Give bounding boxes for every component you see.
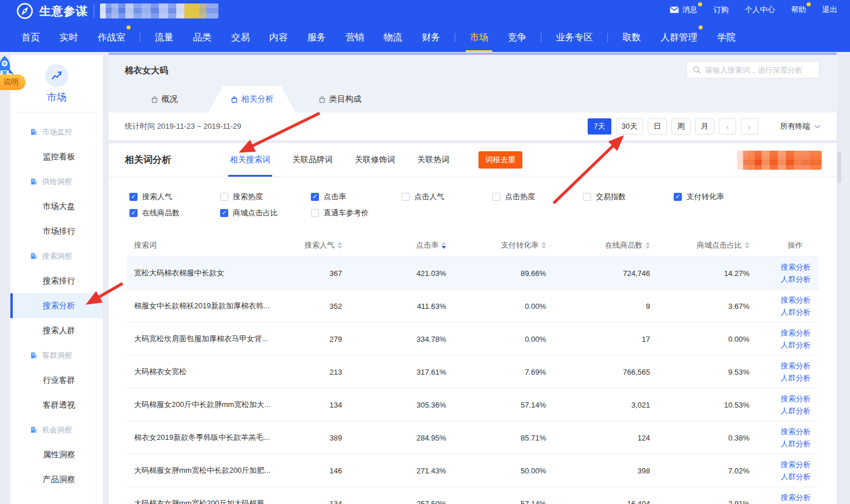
checkbox-unchecked[interactable] xyxy=(583,193,591,201)
sidebar-item[interactable]: 搜索排行 xyxy=(10,268,103,293)
checkbox-unchecked[interactable] xyxy=(402,193,410,201)
sidebar-item[interactable]: 市场大盘 xyxy=(10,194,103,219)
tab-item[interactable]: 类目构成 xyxy=(296,86,384,113)
sidebar-item[interactable]: 产品洞察 xyxy=(10,467,103,492)
metric-checkbox[interactable]: 商城点击占比 xyxy=(220,207,311,218)
keyword-search-box[interactable] xyxy=(686,61,819,79)
action-link[interactable]: 人群分析 xyxy=(781,372,811,383)
analysis-tab[interactable]: 关联热词 xyxy=(417,143,450,177)
column-header[interactable]: 搜索人气 xyxy=(300,240,342,251)
metric-checkbox[interactable]: 交易指数 xyxy=(583,191,674,202)
utility-item[interactable]: 个人中心 xyxy=(745,5,775,15)
checkbox-checked[interactable] xyxy=(129,193,138,201)
sort-icon[interactable] xyxy=(541,242,546,249)
column-header[interactable]: 支付转化率 xyxy=(446,240,546,251)
checkbox-checked[interactable] xyxy=(129,209,138,217)
checkbox-unchecked[interactable] xyxy=(492,193,500,201)
pager-button[interactable]: › xyxy=(741,118,758,135)
tab-item[interactable]: 概况 xyxy=(120,86,208,113)
date-range-button[interactable]: 7天 xyxy=(588,118,611,135)
utility-item[interactable]: 帮助 xyxy=(791,5,806,15)
metric-checkbox[interactable]: 点击人气 xyxy=(402,191,492,202)
action-link[interactable]: 人群分析 xyxy=(781,438,811,449)
metric-checkbox[interactable]: 搜索人气 xyxy=(129,191,220,202)
analysis-tab[interactable]: 相关搜索词 xyxy=(230,143,270,177)
sidebar-item[interactable]: 搜索分析 xyxy=(10,293,103,318)
search-input[interactable] xyxy=(705,66,813,74)
nav-item[interactable]: 取数 xyxy=(613,23,651,52)
scrollbar-thumb[interactable] xyxy=(837,151,841,183)
checkbox-checked[interactable] xyxy=(220,209,228,217)
checkbox-unchecked[interactable] xyxy=(311,209,319,217)
sidebar-item[interactable]: 监控看板 xyxy=(10,144,103,169)
dedup-button[interactable]: 词根去重 xyxy=(478,151,522,169)
nav-item[interactable]: 竞争 xyxy=(498,23,536,52)
nav-item[interactable]: 内容 xyxy=(259,23,298,52)
analysis-tab[interactable]: 关联品牌词 xyxy=(292,143,333,177)
utility-item[interactable]: 消息 xyxy=(670,5,697,15)
nav-item[interactable]: 实时 xyxy=(50,23,88,52)
tab-active[interactable]: 相关分析 xyxy=(208,86,296,113)
menu-divider xyxy=(541,33,541,42)
date-range-button[interactable]: 月 xyxy=(695,118,714,135)
metric-checkbox[interactable]: 点击热度 xyxy=(492,191,583,202)
sort-icon[interactable] xyxy=(645,242,650,249)
utility-item[interactable]: 订购 xyxy=(714,5,729,15)
nav-item[interactable]: 物流 xyxy=(374,23,412,52)
column-header[interactable]: 点击率 xyxy=(342,240,446,251)
action-link[interactable]: 搜索分析 xyxy=(781,294,811,305)
checkbox-checked[interactable] xyxy=(674,193,682,201)
action-link[interactable]: 搜索分析 xyxy=(781,393,811,404)
action-link[interactable]: 人群分析 xyxy=(781,471,811,482)
nav-item[interactable]: 人群管理 xyxy=(651,23,707,52)
metric-checkbox[interactable]: 直通车参考价 xyxy=(311,207,402,218)
nav-item[interactable]: 业务专区 xyxy=(546,23,603,52)
nav-item[interactable]: 市场 xyxy=(460,23,498,52)
action-link[interactable]: 搜索分析 xyxy=(781,262,811,272)
date-range-button[interactable]: 30天 xyxy=(616,118,643,135)
column-header[interactable]: 商城点击占比 xyxy=(650,240,749,251)
sidebar-item[interactable]: 客群透视 xyxy=(10,393,103,417)
metric-checkbox[interactable]: 搜索热度 xyxy=(220,191,311,202)
sidebar-item[interactable]: 行业客群 xyxy=(10,368,103,393)
nav-item[interactable]: 营销 xyxy=(336,23,374,52)
app-logo[interactable]: 生意参谋 xyxy=(16,2,218,20)
checkbox-checked[interactable] xyxy=(311,193,319,201)
nav-item[interactable]: 财务 xyxy=(412,23,450,52)
nav-item[interactable]: 服务 xyxy=(298,23,336,52)
sort-icon[interactable] xyxy=(745,242,749,249)
metric-checkbox[interactable]: 在线商品数 xyxy=(129,207,220,218)
action-link[interactable]: 搜索分析 xyxy=(781,459,811,470)
analysis-tab[interactable]: 关联修饰词 xyxy=(355,143,395,177)
date-range-button[interactable]: 周 xyxy=(671,118,691,135)
sort-icon[interactable] xyxy=(337,242,342,249)
metric-checkbox[interactable]: 点击率 xyxy=(311,191,402,202)
nav-item[interactable]: 流量 xyxy=(145,23,183,52)
nav-item[interactable]: 首页 xyxy=(12,23,50,52)
terminal-select[interactable]: 所有终端 xyxy=(780,121,821,132)
nav-item[interactable]: 品类 xyxy=(183,23,221,52)
action-link[interactable]: 搜索分析 xyxy=(781,327,811,338)
value-cell: 7.02% xyxy=(650,466,749,475)
date-range-button[interactable]: 日 xyxy=(648,118,667,135)
metric-checkbox[interactable]: 支付转化率 xyxy=(674,191,764,202)
nav-item[interactable]: 学院 xyxy=(707,23,745,52)
helper-label[interactable]: 说明 xyxy=(0,74,25,90)
sidebar-item[interactable]: 市场排行 xyxy=(10,219,103,244)
action-link[interactable]: 人群分析 xyxy=(781,405,811,416)
action-link[interactable]: 搜索分析 xyxy=(781,360,811,371)
action-link[interactable]: 人群分析 xyxy=(781,274,811,285)
checkbox-unchecked[interactable] xyxy=(220,193,228,201)
sidebar-item[interactable]: 属性洞察 xyxy=(10,442,103,467)
column-header[interactable]: 在线商品数 xyxy=(546,240,650,251)
action-link[interactable]: 人群分析 xyxy=(781,339,811,350)
sidebar-item[interactable]: 搜索人群 xyxy=(10,318,103,343)
pager-button[interactable]: ‹ xyxy=(719,118,736,135)
utility-item[interactable]: 退出 xyxy=(822,5,837,15)
action-link[interactable]: 搜索分析 xyxy=(781,426,811,437)
nav-item[interactable]: 交易 xyxy=(221,23,259,52)
action-link[interactable]: 搜索分析 xyxy=(781,492,811,503)
action-link[interactable]: 人群分析 xyxy=(781,307,811,318)
sort-icon[interactable] xyxy=(441,242,446,249)
nav-item[interactable]: 作战室 xyxy=(88,23,135,52)
